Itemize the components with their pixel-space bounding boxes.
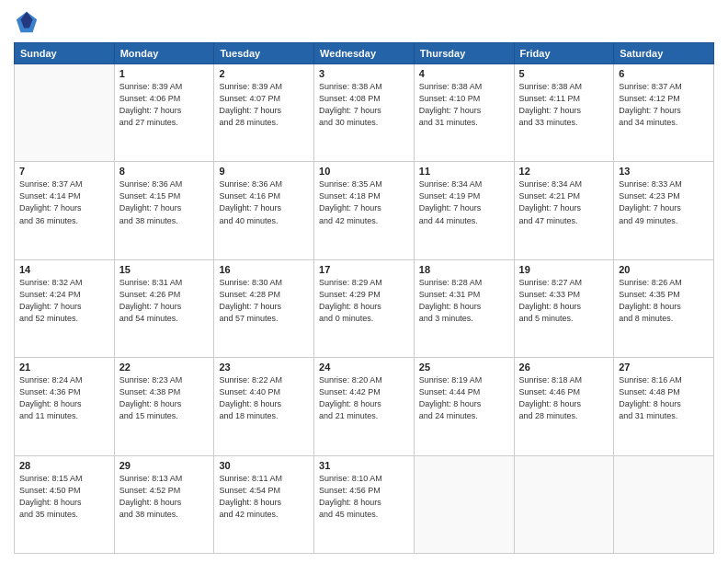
- day-number: 17: [319, 264, 409, 275]
- calendar-day-header: Thursday: [414, 43, 514, 64]
- day-number: 8: [119, 166, 210, 177]
- calendar-cell: 26Sunrise: 8:18 AMSunset: 4:46 PMDayligh…: [514, 358, 614, 455]
- day-number: 2: [219, 68, 309, 79]
- day-info: Sunrise: 8:27 AMSunset: 4:33 PMDaylight:…: [519, 277, 609, 325]
- day-info: Sunrise: 8:23 AMSunset: 4:38 PMDaylight:…: [119, 374, 210, 422]
- calendar-cell: 20Sunrise: 8:26 AMSunset: 4:35 PMDayligh…: [614, 259, 714, 357]
- calendar-cell: 13Sunrise: 8:33 AMSunset: 4:23 PMDayligh…: [614, 162, 714, 259]
- day-number: 20: [619, 264, 709, 275]
- header: [14, 9, 714, 35]
- day-number: 3: [319, 68, 409, 79]
- day-number: 15: [119, 264, 210, 275]
- calendar-table: SundayMondayTuesdayWednesdayThursdayFrid…: [14, 42, 714, 554]
- page: SundayMondayTuesdayWednesdayThursdayFrid…: [0, 0, 728, 563]
- day-number: 9: [219, 166, 309, 177]
- day-number: 12: [519, 166, 609, 177]
- calendar-week-row: 1Sunrise: 8:39 AMSunset: 4:06 PMDaylight…: [15, 64, 714, 162]
- calendar-cell: 12Sunrise: 8:34 AMSunset: 4:21 PMDayligh…: [514, 162, 614, 259]
- day-info: Sunrise: 8:24 AMSunset: 4:36 PMDaylight:…: [19, 374, 109, 422]
- day-number: 16: [219, 264, 309, 275]
- calendar-cell: 10Sunrise: 8:35 AMSunset: 4:18 PMDayligh…: [314, 162, 415, 259]
- logo-icon: [14, 9, 40, 35]
- day-info: Sunrise: 8:22 AMSunset: 4:40 PMDaylight:…: [219, 374, 309, 422]
- day-number: 31: [319, 460, 409, 471]
- day-info: Sunrise: 8:13 AMSunset: 4:52 PMDaylight:…: [119, 473, 210, 521]
- day-info: Sunrise: 8:39 AMSunset: 4:07 PMDaylight:…: [219, 81, 309, 129]
- day-info: Sunrise: 8:38 AMSunset: 4:08 PMDaylight:…: [319, 81, 409, 129]
- day-number: 5: [519, 68, 609, 79]
- day-number: 10: [319, 166, 409, 177]
- calendar-cell: 8Sunrise: 8:36 AMSunset: 4:15 PMDaylight…: [114, 162, 214, 259]
- day-info: Sunrise: 8:34 AMSunset: 4:19 PMDaylight:…: [419, 178, 509, 226]
- day-number: 28: [19, 460, 109, 471]
- day-number: 25: [419, 362, 509, 373]
- calendar-cell: 25Sunrise: 8:19 AMSunset: 4:44 PMDayligh…: [414, 358, 514, 455]
- calendar-cell: 31Sunrise: 8:10 AMSunset: 4:56 PMDayligh…: [314, 455, 415, 553]
- calendar-cell: 28Sunrise: 8:15 AMSunset: 4:50 PMDayligh…: [15, 455, 115, 553]
- calendar-cell: 22Sunrise: 8:23 AMSunset: 4:38 PMDayligh…: [114, 358, 214, 455]
- calendar-week-row: 21Sunrise: 8:24 AMSunset: 4:36 PMDayligh…: [15, 358, 714, 455]
- day-number: 30: [219, 460, 309, 471]
- calendar-cell: [414, 455, 514, 553]
- calendar-cell: [15, 64, 115, 162]
- calendar-cell: [614, 455, 714, 553]
- calendar-cell: 29Sunrise: 8:13 AMSunset: 4:52 PMDayligh…: [114, 455, 214, 553]
- day-info: Sunrise: 8:28 AMSunset: 4:31 PMDaylight:…: [419, 277, 509, 325]
- day-info: Sunrise: 8:35 AMSunset: 4:18 PMDaylight:…: [319, 178, 409, 226]
- day-number: 6: [619, 68, 709, 79]
- day-info: Sunrise: 8:18 AMSunset: 4:46 PMDaylight:…: [519, 374, 609, 422]
- day-number: 4: [419, 68, 509, 79]
- calendar-cell: 6Sunrise: 8:37 AMSunset: 4:12 PMDaylight…: [614, 64, 714, 162]
- logo: [14, 9, 43, 35]
- day-number: 21: [19, 362, 109, 373]
- calendar-week-row: 28Sunrise: 8:15 AMSunset: 4:50 PMDayligh…: [15, 455, 714, 553]
- day-number: 11: [419, 166, 509, 177]
- day-number: 22: [119, 362, 210, 373]
- calendar-cell: 4Sunrise: 8:38 AMSunset: 4:10 PMDaylight…: [414, 64, 514, 162]
- day-info: Sunrise: 8:38 AMSunset: 4:11 PMDaylight:…: [519, 81, 609, 129]
- calendar-cell: 30Sunrise: 8:11 AMSunset: 4:54 PMDayligh…: [214, 455, 314, 553]
- day-number: 23: [219, 362, 309, 373]
- day-info: Sunrise: 8:39 AMSunset: 4:06 PMDaylight:…: [119, 81, 210, 129]
- day-number: 7: [19, 166, 109, 177]
- day-info: Sunrise: 8:29 AMSunset: 4:29 PMDaylight:…: [319, 277, 409, 325]
- calendar-cell: 14Sunrise: 8:32 AMSunset: 4:24 PMDayligh…: [15, 259, 115, 357]
- day-number: 14: [19, 264, 109, 275]
- day-info: Sunrise: 8:37 AMSunset: 4:12 PMDaylight:…: [619, 81, 709, 129]
- calendar-cell: 23Sunrise: 8:22 AMSunset: 4:40 PMDayligh…: [214, 358, 314, 455]
- day-info: Sunrise: 8:34 AMSunset: 4:21 PMDaylight:…: [519, 178, 609, 226]
- day-info: Sunrise: 8:26 AMSunset: 4:35 PMDaylight:…: [619, 277, 709, 325]
- calendar-cell: 24Sunrise: 8:20 AMSunset: 4:42 PMDayligh…: [314, 358, 415, 455]
- calendar-day-header: Friday: [514, 43, 614, 64]
- calendar-cell: 1Sunrise: 8:39 AMSunset: 4:06 PMDaylight…: [114, 64, 214, 162]
- calendar-header-row: SundayMondayTuesdayWednesdayThursdayFrid…: [15, 43, 714, 64]
- day-info: Sunrise: 8:33 AMSunset: 4:23 PMDaylight:…: [619, 178, 709, 226]
- calendar-cell: 7Sunrise: 8:37 AMSunset: 4:14 PMDaylight…: [15, 162, 115, 259]
- calendar-cell: 11Sunrise: 8:34 AMSunset: 4:19 PMDayligh…: [414, 162, 514, 259]
- day-info: Sunrise: 8:36 AMSunset: 4:16 PMDaylight:…: [219, 178, 309, 226]
- calendar-cell: 17Sunrise: 8:29 AMSunset: 4:29 PMDayligh…: [314, 259, 415, 357]
- day-info: Sunrise: 8:11 AMSunset: 4:54 PMDaylight:…: [219, 473, 309, 521]
- day-number: 13: [619, 166, 709, 177]
- day-number: 26: [519, 362, 609, 373]
- calendar-day-header: Tuesday: [214, 43, 314, 64]
- day-number: 19: [519, 264, 609, 275]
- calendar-cell: 27Sunrise: 8:16 AMSunset: 4:48 PMDayligh…: [614, 358, 714, 455]
- day-number: 24: [319, 362, 409, 373]
- day-info: Sunrise: 8:31 AMSunset: 4:26 PMDaylight:…: [119, 277, 210, 325]
- day-info: Sunrise: 8:36 AMSunset: 4:15 PMDaylight:…: [119, 178, 210, 226]
- calendar-cell: [514, 455, 614, 553]
- day-info: Sunrise: 8:10 AMSunset: 4:56 PMDaylight:…: [319, 473, 409, 521]
- day-info: Sunrise: 8:16 AMSunset: 4:48 PMDaylight:…: [619, 374, 709, 422]
- day-info: Sunrise: 8:30 AMSunset: 4:28 PMDaylight:…: [219, 277, 309, 325]
- day-info: Sunrise: 8:32 AMSunset: 4:24 PMDaylight:…: [19, 277, 109, 325]
- day-info: Sunrise: 8:20 AMSunset: 4:42 PMDaylight:…: [319, 374, 409, 422]
- calendar-cell: 15Sunrise: 8:31 AMSunset: 4:26 PMDayligh…: [114, 259, 214, 357]
- calendar-day-header: Wednesday: [314, 43, 415, 64]
- calendar-cell: 5Sunrise: 8:38 AMSunset: 4:11 PMDaylight…: [514, 64, 614, 162]
- calendar-cell: 16Sunrise: 8:30 AMSunset: 4:28 PMDayligh…: [214, 259, 314, 357]
- calendar-day-header: Sunday: [15, 43, 115, 64]
- day-number: 29: [119, 460, 210, 471]
- day-info: Sunrise: 8:37 AMSunset: 4:14 PMDaylight:…: [19, 178, 109, 226]
- calendar-week-row: 14Sunrise: 8:32 AMSunset: 4:24 PMDayligh…: [15, 259, 714, 357]
